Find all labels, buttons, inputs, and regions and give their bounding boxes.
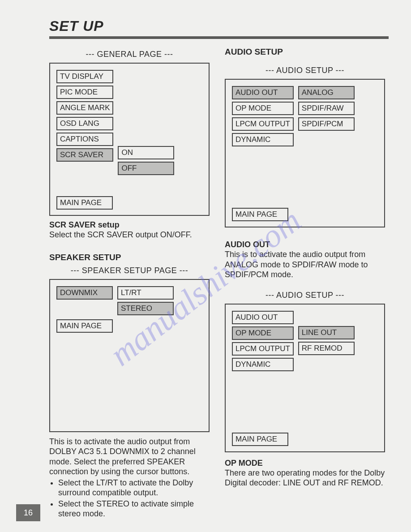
menu-item-angle-mark[interactable]: ANGLE MARK	[56, 101, 113, 115]
scr-saver-heading: SCR SAVER setup	[49, 220, 210, 230]
audio1-panel-label: --- AUDIO SETUP ---	[225, 66, 385, 75]
title-rule	[49, 36, 389, 39]
menu-item-pic-mode[interactable]: PIC MODE	[56, 86, 113, 99]
speaker-panel-label: --- SPEAKER SETUP PAGE ---	[49, 266, 210, 275]
audio2-panel: AUDIO OUT OP MODE LPCM OUTPUT DYNAMIC LI…	[225, 304, 385, 452]
page-title: SET UP	[49, 18, 389, 34]
menu-item-tv-display[interactable]: TV DISPLAY	[56, 70, 113, 83]
option-stereo[interactable]: STEREO	[117, 302, 174, 315]
audio2-panel-label: --- AUDIO SETUP ---	[225, 291, 385, 300]
menu-item-audio-out[interactable]: AUDIO OUT	[232, 86, 294, 99]
audio-setup-heading: AUDIO SETUP	[225, 47, 385, 57]
speaker-text: This is to activate the audio output fro…	[49, 437, 210, 477]
scr-saver-text: Select the SCR SAVER output ON/OFF.	[49, 230, 210, 240]
audio2-main-page[interactable]: MAIN PAGE	[232, 433, 288, 446]
right-column: AUDIO SETUP --- AUDIO SETUP --- AUDIO OU…	[225, 47, 385, 520]
menu-item-lpcm-output-2[interactable]: LPCM OUTPUT	[232, 342, 294, 356]
audio1-panel: AUDIO OUT OP MODE LPCM OUTPUT DYNAMIC AN…	[225, 79, 385, 227]
menu-item-op-mode[interactable]: OP MODE	[232, 102, 294, 115]
general-panel: TV DISPLAY PIC MODE ANGLE MARK OSD LANG …	[49, 63, 210, 216]
option-line-out[interactable]: LINE OUT	[298, 326, 355, 339]
menu-item-lpcm-output[interactable]: LPCM OUTPUT	[232, 117, 294, 131]
general-main-page[interactable]: MAIN PAGE	[56, 196, 113, 210]
menu-item-dynamic[interactable]: DYNAMIC	[232, 133, 294, 146]
general-items: TV DISPLAY PIC MODE ANGLE MARK OSD LANG …	[56, 70, 113, 175]
general-options: ON OFF	[118, 146, 174, 175]
menu-item-downmix[interactable]: DOWNMIX	[56, 286, 113, 300]
speaker-options: LT/RT STEREO	[117, 286, 174, 333]
option-spdif-pcm[interactable]: SPDIF/PCM	[298, 117, 355, 131]
option-spdif-raw[interactable]: SPDIF/RAW	[298, 102, 355, 115]
speaker-main-page[interactable]: MAIN PAGE	[56, 319, 113, 333]
option-rf-remod[interactable]: RF REMOD	[298, 342, 355, 355]
audio1-items: AUDIO OUT OP MODE LPCM OUTPUT DYNAMIC	[232, 86, 294, 146]
speaker-bullet-2: Select the STEREO to activate simple ste…	[58, 499, 210, 519]
audio1-main-page[interactable]: MAIN PAGE	[232, 208, 288, 221]
audio-out-heading: AUDIO OUT	[225, 240, 385, 249]
option-ltrt[interactable]: LT/RT	[117, 286, 174, 300]
page-number: 16	[16, 504, 40, 521]
menu-item-scr-saver[interactable]: SCR SAVER	[56, 148, 113, 162]
left-column: --- GENERAL PAGE --- TV DISPLAY PIC MODE…	[49, 47, 210, 520]
audio1-options: ANALOG SPDIF/RAW SPDIF/PCM	[298, 86, 355, 146]
menu-item-captions[interactable]: CAPTIONS	[56, 133, 113, 146]
menu-item-audio-out-2[interactable]: AUDIO OUT	[232, 311, 294, 324]
option-on[interactable]: ON	[118, 146, 174, 159]
audio-out-text: This is to activate the audio output fro…	[225, 249, 385, 280]
speaker-items: DOWNMIX MAIN PAGE	[56, 286, 113, 333]
option-analog[interactable]: ANALOG	[298, 86, 355, 99]
audio2-options: LINE OUT RF REMOD	[298, 326, 355, 371]
speaker-bullets: Select the LT/RT to activate the Dolby s…	[49, 478, 210, 520]
general-panel-label: --- GENERAL PAGE ---	[49, 50, 210, 59]
speaker-bullet-1: Select the LT/RT to activate the Dolby s…	[58, 478, 210, 498]
speaker-panel: DOWNMIX MAIN PAGE LT/RT STEREO	[49, 279, 210, 432]
op-mode-heading: OP MODE	[225, 459, 385, 468]
menu-item-op-mode-2[interactable]: OP MODE	[232, 326, 294, 340]
op-mode-text: There are two operating modes for the Do…	[225, 468, 385, 488]
audio2-items: AUDIO OUT OP MODE LPCM OUTPUT DYNAMIC	[232, 311, 294, 371]
menu-item-dynamic-2[interactable]: DYNAMIC	[232, 358, 294, 371]
menu-item-osd-lang[interactable]: OSD LANG	[56, 117, 113, 130]
speaker-setup-heading: SPEAKER SETUP	[49, 253, 210, 262]
option-off[interactable]: OFF	[118, 162, 174, 175]
